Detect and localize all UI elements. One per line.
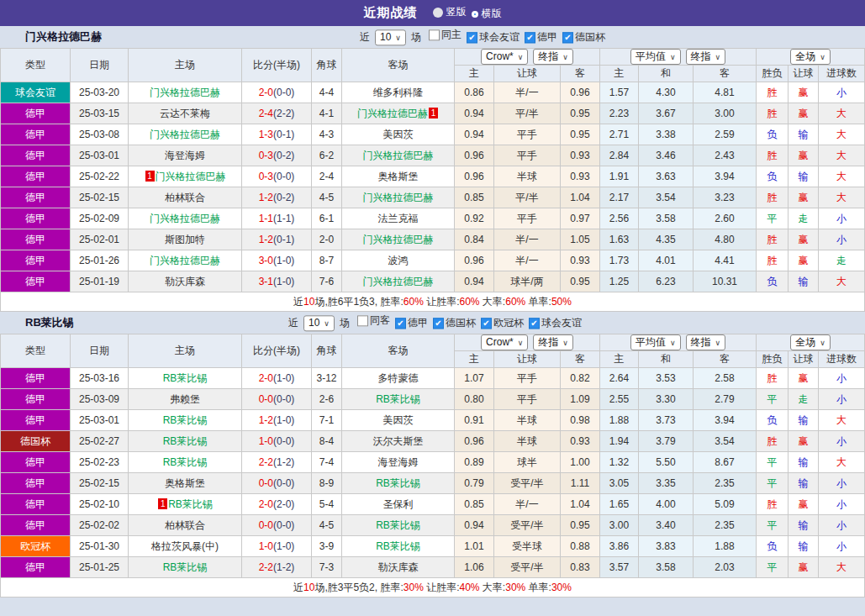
corner-cell: 4-5 bbox=[312, 187, 342, 208]
team-name-link[interactable]: RB莱比锡 bbox=[163, 435, 208, 447]
team-name-link[interactable]: 海登海姆 bbox=[378, 456, 419, 468]
filter-checkbox-checked[interactable]: ✔德甲 bbox=[395, 316, 428, 330]
team-name-link[interactable]: 格拉茨风暴(中) bbox=[151, 540, 219, 552]
filter-checkbox-checked[interactable]: ✔球会友谊 bbox=[529, 316, 582, 330]
team-name-link[interactable]: 柏林联合 bbox=[165, 192, 205, 203]
team-name-link[interactable]: RB莱比锡 bbox=[376, 540, 420, 552]
avg-away-odds: 3.00 bbox=[694, 103, 757, 124]
radio-label[interactable]: 横版 bbox=[482, 7, 502, 21]
checkbox-label[interactable]: 德甲 bbox=[537, 30, 557, 45]
corner-cell: 2-0 bbox=[312, 229, 342, 250]
team-name-link[interactable]: 勒沃库森 bbox=[165, 276, 205, 287]
team-name-link[interactable]: 门兴格拉德巴赫 bbox=[363, 276, 434, 287]
checkbox-label[interactable]: 德国杯 bbox=[446, 316, 476, 330]
team-name-link[interactable]: 美因茨 bbox=[383, 414, 414, 426]
team-name-link[interactable]: RB莱比锡 bbox=[376, 519, 420, 531]
view-option-unselected[interactable]: 竖版 bbox=[433, 5, 467, 19]
team-name-link[interactable]: RB莱比锡 bbox=[163, 456, 208, 468]
average-source-select[interactable]: 平均值∨ bbox=[630, 334, 681, 350]
recent-count-select[interactable]: 10∨ bbox=[375, 30, 406, 46]
average-source-select[interactable]: 平均值∨ bbox=[630, 49, 681, 65]
team-name-link[interactable]: 维多利科隆 bbox=[373, 87, 424, 98]
fulltime-score: 0-0 bbox=[259, 477, 273, 489]
team-name-link[interactable]: RB莱比锡 bbox=[376, 393, 420, 405]
team-name-link[interactable]: 海登海姆 bbox=[165, 150, 205, 161]
handicap-line: 半/一 bbox=[494, 82, 561, 103]
view-option-selected[interactable]: 横版 bbox=[472, 7, 502, 21]
team-name-link[interactable]: 门兴格拉德巴赫 bbox=[150, 255, 220, 266]
team-name-link[interactable]: RB莱比锡 bbox=[376, 477, 420, 489]
score-cell: 2-0(1-0) bbox=[242, 368, 312, 389]
column-subheader: 主 bbox=[455, 66, 494, 82]
team-name-link[interactable]: 云达不莱梅 bbox=[160, 108, 210, 119]
score-cell: 2-0(0-0) bbox=[242, 82, 312, 103]
checkbox-label[interactable]: 欧冠杯 bbox=[493, 316, 524, 330]
handicap-line: 平/半 bbox=[494, 187, 561, 208]
recent-count-select[interactable]: 10∨ bbox=[303, 316, 335, 332]
team-name-link[interactable]: 门兴格拉德巴赫 bbox=[150, 129, 220, 140]
handicap-away-odds: 0.93 bbox=[561, 431, 600, 452]
team-name-link[interactable]: 沃尔夫斯堡 bbox=[373, 435, 424, 447]
result-scope-select[interactable]: 全场∨ bbox=[790, 334, 831, 350]
checkbox-icon[interactable]: ✔ bbox=[562, 32, 573, 43]
radio-icon[interactable] bbox=[472, 11, 478, 18]
filter-checkbox-checked[interactable]: ✔欧冠杯 bbox=[481, 316, 524, 330]
team-name-link[interactable]: 门兴格拉德巴赫 bbox=[357, 108, 428, 119]
checkbox-icon[interactable]: ✔ bbox=[525, 32, 535, 43]
team-name-link[interactable]: 门兴格拉德巴赫 bbox=[363, 234, 434, 245]
handicap-source-select[interactable]: 终指∨ bbox=[533, 49, 573, 65]
checkbox-label[interactable]: 德甲 bbox=[408, 316, 428, 330]
team-name-link[interactable]: 弗赖堡 bbox=[170, 393, 200, 405]
checkbox-icon[interactable]: ✔ bbox=[481, 318, 492, 329]
result-scope-select[interactable]: 全场∨ bbox=[790, 49, 831, 65]
column-subheader: 胜负 bbox=[757, 351, 789, 368]
average-source-select[interactable]: 终指∨ bbox=[686, 334, 726, 350]
handicap-source-select[interactable]: 终指∨ bbox=[533, 334, 573, 350]
filter-checkbox-checked[interactable]: ✔德国杯 bbox=[433, 316, 476, 330]
handicap-away-odds: 1.09 bbox=[561, 389, 600, 410]
team-name-link[interactable]: 门兴格拉德巴赫 bbox=[150, 87, 220, 98]
team-name-link[interactable]: 斯图加特 bbox=[165, 234, 205, 245]
team-name-link[interactable]: RB莱比锡 bbox=[163, 372, 208, 384]
checkbox-icon[interactable] bbox=[357, 315, 368, 326]
checkbox-label[interactable]: 同客 bbox=[370, 313, 390, 328]
checkbox-icon[interactable]: ✔ bbox=[395, 318, 406, 329]
checkbox-label[interactable]: 球会友谊 bbox=[541, 316, 582, 330]
team-name-link[interactable]: 门兴格拉德巴赫 bbox=[363, 192, 434, 203]
checkbox-icon[interactable]: ✔ bbox=[433, 318, 444, 329]
team-name-link[interactable]: 勒沃库森 bbox=[378, 561, 419, 573]
radio-label[interactable]: 竖版 bbox=[446, 5, 467, 19]
team-name-link[interactable]: 奥格斯堡 bbox=[165, 477, 205, 489]
filter-checkbox-unchecked[interactable]: 同客 bbox=[357, 313, 390, 328]
match-type-badge: 德甲 bbox=[1, 410, 71, 431]
team-name-link[interactable]: 法兰克福 bbox=[378, 213, 419, 224]
team-name-link[interactable]: 门兴格拉德巴赫 bbox=[150, 213, 220, 224]
team-name-link[interactable]: 圣保利 bbox=[383, 498, 414, 510]
team-name-link[interactable]: RB莱比锡 bbox=[163, 414, 208, 426]
team-name-link[interactable]: 波鸿 bbox=[388, 255, 409, 266]
filter-checkbox-checked[interactable]: ✔德国杯 bbox=[562, 30, 605, 45]
checkbox-label[interactable]: 德国杯 bbox=[575, 30, 605, 45]
team-name-link[interactable]: 美因茨 bbox=[383, 129, 414, 140]
handicap-source-select[interactable]: Crow*∨ bbox=[481, 49, 528, 65]
average-source-select[interactable]: 终指∨ bbox=[686, 49, 726, 65]
checkbox-icon[interactable]: ✔ bbox=[467, 32, 477, 43]
radio-icon[interactable] bbox=[433, 8, 443, 18]
checkbox-label[interactable]: 球会友谊 bbox=[479, 30, 520, 45]
filter-checkbox-unchecked[interactable]: 同主 bbox=[429, 28, 462, 42]
avg-draw-odds: 3.58 bbox=[639, 557, 694, 578]
filter-checkbox-checked[interactable]: ✔德甲 bbox=[525, 30, 557, 45]
checkbox-icon[interactable] bbox=[429, 29, 440, 40]
team-name-link[interactable]: RB莱比锡 bbox=[168, 498, 213, 510]
checkbox-icon[interactable]: ✔ bbox=[529, 318, 540, 329]
team-name-link[interactable]: 门兴格拉德巴赫 bbox=[363, 150, 434, 161]
team-name-link[interactable]: 门兴格拉德巴赫 bbox=[156, 171, 226, 182]
result-goals: 大 bbox=[819, 124, 865, 145]
checkbox-label[interactable]: 同主 bbox=[441, 28, 462, 42]
filter-checkbox-checked[interactable]: ✔球会友谊 bbox=[467, 30, 520, 45]
team-name-link[interactable]: 多特蒙德 bbox=[378, 372, 419, 384]
team-name-link[interactable]: 柏林联合 bbox=[165, 519, 205, 531]
team-name-link[interactable]: 奥格斯堡 bbox=[378, 171, 419, 182]
team-name-link[interactable]: RB莱比锡 bbox=[163, 561, 208, 573]
handicap-source-select[interactable]: Crow*∨ bbox=[481, 334, 528, 350]
